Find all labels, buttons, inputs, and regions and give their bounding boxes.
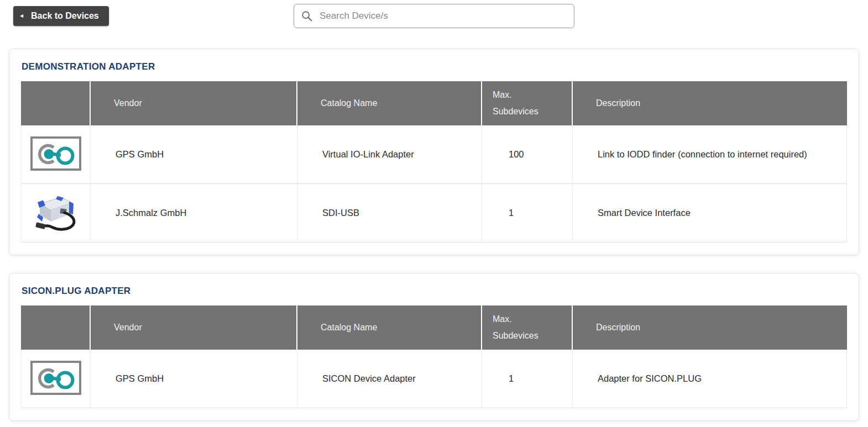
back-to-devices-button[interactable]: ◂ Back to Devices: [13, 6, 109, 26]
demonstration-adapter-card: DEMONSTRATION ADAPTER Vendor Catalog Nam…: [9, 49, 859, 255]
catalog-name-cell: SDI-USB: [297, 184, 482, 243]
adapter-row[interactable]: J.Schmalz GmbH SDI-USB 1 Smart Device In…: [21, 184, 847, 243]
column-header-catalog-name: Catalog Name: [297, 305, 482, 350]
search-input[interactable]: [318, 10, 567, 22]
search-icon: [301, 10, 313, 22]
table-header-row: Vendor Catalog Name Max. Subdevices Desc…: [21, 305, 847, 350]
column-header-description: Description: [573, 81, 847, 125]
max-subdevices-cell: 1: [482, 184, 573, 243]
adapter-image-cell: [21, 125, 91, 184]
description-cell: Smart Device Interface: [573, 184, 847, 243]
gps-co-logo-icon: [30, 361, 81, 395]
back-button-label: Back to Devices: [31, 11, 99, 21]
column-header-description: Description: [573, 305, 847, 350]
adapter-image-cell: [21, 184, 91, 243]
description-cell: Link to IODD finder (connection to inter…: [573, 125, 847, 184]
table-header-row: Vendor Catalog Name Max. Subdevices Desc…: [21, 81, 847, 125]
vendor-cell: GPS GmbH: [91, 350, 297, 408]
description-cell: Adapter for SICON.PLUG: [573, 350, 847, 408]
adapter-table: Vendor Catalog Name Max. Subdevices Desc…: [21, 81, 847, 243]
column-header-vendor: Vendor: [91, 305, 297, 350]
catalog-name-cell: Virtual IO-Link Adapter: [297, 125, 482, 184]
column-header-catalog-name: Catalog Name: [297, 81, 482, 125]
vendor-cell: GPS GmbH: [91, 125, 297, 184]
top-toolbar: ◂ Back to Devices: [0, 0, 868, 32]
chevron-left-icon: ◂: [20, 12, 23, 19]
column-header-max-subdevices: Max. Subdevices: [482, 81, 573, 125]
column-header-image: [21, 305, 91, 350]
vendor-cell: J.Schmalz GmbH: [91, 184, 297, 243]
max-subdevices-cell: 1: [482, 350, 573, 408]
section-title: SICON.PLUG ADAPTER: [22, 284, 847, 298]
column-header-image: [21, 81, 91, 125]
catalog-name-cell: SICON Device Adapter: [297, 350, 482, 408]
search-field-container: [294, 4, 574, 28]
adapter-table: Vendor Catalog Name Max. Subdevices Desc…: [21, 305, 847, 408]
gps-co-logo-icon: [30, 136, 81, 171]
adapter-image-cell: [21, 350, 91, 408]
sicon-plug-adapter-card: SICON.PLUG ADAPTER Vendor Catalog Name M…: [9, 273, 859, 421]
column-header-max-subdevices: Max. Subdevices: [482, 305, 573, 350]
adapter-row[interactable]: GPS GmbH Virtual IO-Link Adapter 100 Lin…: [21, 125, 847, 184]
column-header-vendor: Vendor: [91, 81, 297, 125]
adapter-row[interactable]: GPS GmbH SICON Device Adapter 1 Adapter …: [21, 350, 847, 408]
max-subdevices-cell: 100: [482, 125, 573, 184]
section-title: DEMONSTRATION ADAPTER: [22, 60, 847, 73]
sdi-usb-device-photo: [30, 189, 82, 235]
